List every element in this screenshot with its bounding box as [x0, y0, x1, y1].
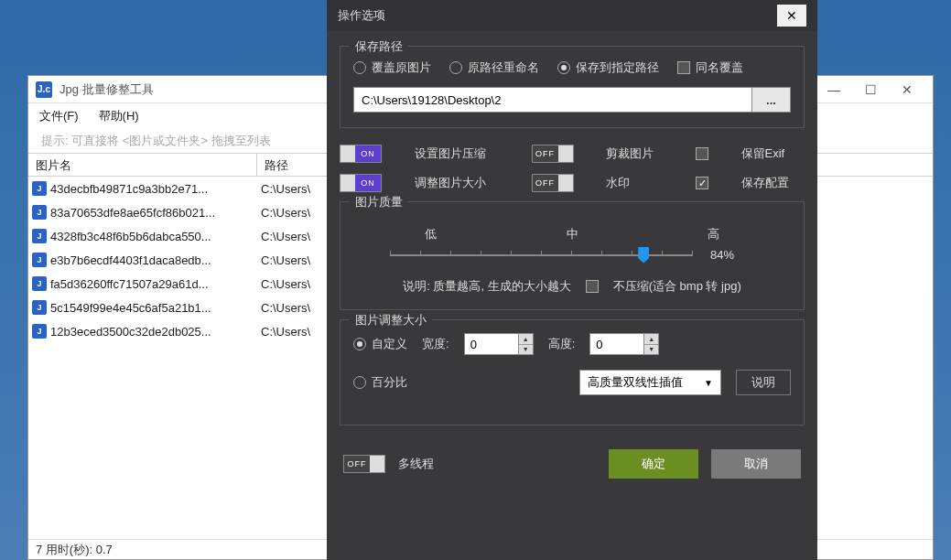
radio-icon — [353, 338, 366, 350]
file-name: 5c1549f99e4e45c6af5a21b1... — [50, 301, 211, 315]
window-buttons: — ☐ ✕ — [816, 77, 925, 102]
path-input[interactable] — [353, 87, 752, 113]
check-exif-label: 保留Exif — [741, 145, 805, 162]
toggle-crop[interactable] — [532, 145, 574, 163]
radio-custom[interactable]: 自定义 — [353, 336, 407, 352]
checkbox-icon — [677, 61, 690, 74]
save-path-group: 保存路径 覆盖原图片 原路径重命名 保存到指定路径 同名覆盖 — [340, 46, 805, 128]
check-saveconfig[interactable] — [696, 177, 708, 189]
slider-thumb[interactable] — [638, 247, 649, 264]
resize-legend: 图片调整大小 — [350, 312, 432, 328]
quality-high: 高 — [708, 226, 719, 242]
quality-percent: 84% — [710, 248, 734, 262]
close-icon[interactable]: ✕ — [777, 5, 806, 27]
th-name[interactable]: 图片名 — [28, 154, 257, 176]
file-name: 83a70653dfe8ae65fcf86b021... — [50, 206, 215, 220]
radio-custom-label: 自定义 — [372, 336, 407, 352]
width-spinner[interactable]: ▲▼ — [519, 333, 534, 355]
file-icon: J — [32, 229, 47, 243]
radio-rename[interactable]: 原路径重命名 — [449, 59, 539, 76]
radio-percent[interactable]: 百分比 — [353, 374, 407, 391]
file-name: 4328fb3c48f6b5b6dabca550... — [50, 230, 211, 243]
quality-slider[interactable] — [390, 254, 692, 256]
check-samename-label: 同名覆盖 — [696, 59, 743, 76]
file-icon: J — [32, 253, 47, 267]
check-samename[interactable]: 同名覆盖 — [677, 59, 743, 76]
interp-select[interactable]: 高质量双线性插值 ▼ — [579, 370, 721, 395]
file-name: fa5d36260ffc71507a29a61d... — [50, 277, 209, 291]
explain-button[interactable]: 说明 — [736, 370, 791, 395]
check-exif[interactable] — [696, 147, 708, 160]
radio-saveto-label: 保存到指定路径 — [576, 59, 659, 76]
quality-mid: 中 — [567, 226, 578, 242]
height-label: 高度: — [548, 336, 576, 352]
file-icon: J — [32, 205, 47, 220]
file-name: 12b3eced3500c32de2db025... — [50, 325, 211, 339]
ok-button[interactable]: 确定 — [609, 449, 698, 479]
radio-icon — [449, 61, 462, 74]
check-saveconfig-label: 保存配置 — [741, 175, 805, 191]
toggle-resize-label: 调整图片大小 — [415, 175, 515, 191]
radio-overwrite[interactable]: 覆盖原图片 — [353, 59, 431, 76]
menu-file[interactable]: 文件(F) — [39, 108, 79, 124]
dialog-title: 操作选项 — [338, 7, 777, 24]
file-icon: J — [32, 276, 47, 291]
height-input[interactable] — [589, 333, 644, 355]
toggle-compress[interactable] — [340, 145, 382, 163]
close-button[interactable]: ✕ — [889, 77, 925, 102]
minimize-button[interactable]: — — [816, 77, 852, 102]
maximize-button[interactable]: ☐ — [852, 77, 889, 102]
dialog-footer: 多线程 确定 取消 — [327, 436, 817, 486]
radio-rename-label: 原路径重命名 — [468, 59, 539, 76]
quality-group: 图片质量 低 中 高 84% 说明: 质量越高, 生成的大小越大 — [340, 201, 805, 310]
menu-help[interactable]: 帮助(H) — [99, 108, 139, 124]
file-name: e3b7b6ecdf4403f1daca8edb... — [50, 253, 211, 267]
interp-value: 高质量双线性插值 — [588, 374, 683, 391]
toggle-watermark[interactable] — [532, 174, 574, 192]
app-icon: J.c — [36, 81, 52, 98]
file-icon: J — [32, 181, 47, 196]
save-path-legend: 保存路径 — [350, 38, 408, 55]
toggle-watermark-label: 水印 — [606, 175, 679, 191]
toggle-crop-label: 剪裁图片 — [606, 145, 679, 162]
toggle-multithread[interactable] — [343, 455, 385, 473]
toggle-multithread-label: 多线程 — [398, 456, 434, 472]
check-nocompress[interactable] — [586, 280, 599, 293]
toggle-resize[interactable] — [340, 174, 382, 192]
radio-saveto[interactable]: 保存到指定路径 — [557, 59, 659, 76]
options-dialog: 操作选项 ✕ 保存路径 覆盖原图片 原路径重命名 保存到指定路径 — [327, 0, 817, 560]
width-input[interactable] — [464, 333, 519, 355]
width-label: 宽度: — [422, 336, 449, 352]
quality-note: 说明: 质量越高, 生成的大小越大 — [403, 278, 570, 295]
chevron-down-icon: ▼ — [704, 378, 713, 388]
file-icon: J — [32, 324, 47, 339]
dialog-titlebar: 操作选项 ✕ — [327, 0, 817, 31]
radio-icon — [557, 61, 570, 74]
toggle-compress-label: 设置图片压缩 — [415, 145, 515, 162]
radio-overwrite-label: 覆盖原图片 — [372, 59, 431, 76]
quality-legend: 图片质量 — [350, 194, 408, 210]
file-name: 43decbfb49871c9a3bb2e71... — [50, 182, 208, 196]
radio-icon — [353, 61, 366, 74]
cancel-button[interactable]: 取消 — [711, 449, 801, 479]
radio-percent-label: 百分比 — [372, 374, 407, 391]
file-icon: J — [32, 300, 47, 315]
check-nocompress-label: 不压缩(适合 bmp 转 jpg) — [613, 278, 741, 295]
quality-low: 低 — [425, 226, 437, 242]
browse-button[interactable]: ... — [752, 87, 791, 113]
toggle-grid: 设置图片压缩 剪裁图片 保留Exif 调整图片大小 水印 保存配置 — [340, 145, 805, 192]
height-spinner[interactable]: ▲▼ — [644, 333, 659, 355]
radio-icon — [353, 376, 366, 389]
resize-group: 图片调整大小 自定义 宽度: ▲▼ 高度: ▲▼ — [340, 319, 805, 425]
